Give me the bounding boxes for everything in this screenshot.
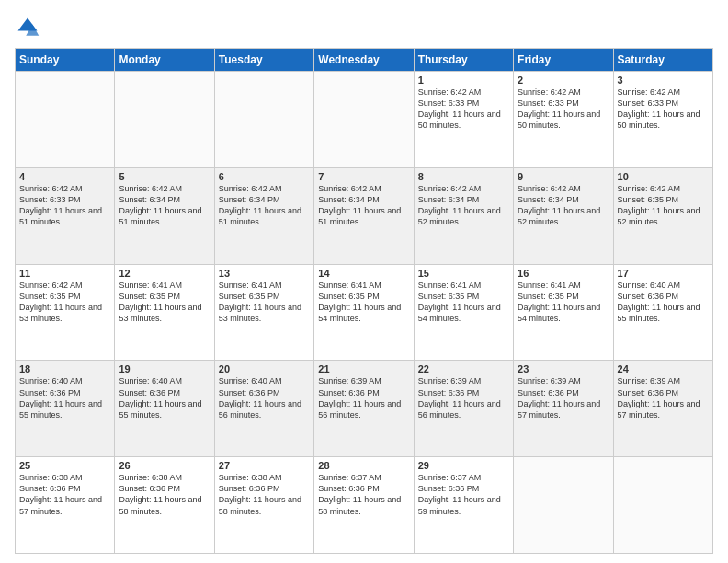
calendar-cell: 24Sunrise: 6:39 AM Sunset: 6:36 PM Dayli… — [613, 361, 712, 457]
day-info: Sunrise: 6:37 AM Sunset: 6:36 PM Dayligh… — [318, 472, 409, 517]
calendar-cell: 2Sunrise: 6:42 AM Sunset: 6:33 PM Daylig… — [514, 72, 613, 168]
day-number: 8 — [418, 171, 509, 182]
calendar-week-row: 18Sunrise: 6:40 AM Sunset: 6:36 PM Dayli… — [16, 361, 713, 457]
day-number: 5 — [119, 171, 210, 182]
day-info: Sunrise: 6:39 AM Sunset: 6:36 PM Dayligh… — [418, 375, 509, 420]
day-info: Sunrise: 6:42 AM Sunset: 6:34 PM Dayligh… — [318, 183, 409, 228]
day-info: Sunrise: 6:39 AM Sunset: 6:36 PM Dayligh… — [618, 375, 709, 420]
calendar-cell: 26Sunrise: 6:38 AM Sunset: 6:36 PM Dayli… — [115, 457, 214, 554]
day-info: Sunrise: 6:42 AM Sunset: 6:33 PM Dayligh… — [518, 86, 609, 132]
day-number: 4 — [19, 171, 110, 182]
calendar-week-row: 1Sunrise: 6:42 AM Sunset: 6:33 PM Daylig… — [16, 72, 713, 168]
calendar-cell: 20Sunrise: 6:40 AM Sunset: 6:36 PM Dayli… — [214, 361, 313, 457]
day-info: Sunrise: 6:42 AM Sunset: 6:34 PM Dayligh… — [518, 183, 609, 228]
day-info: Sunrise: 6:42 AM Sunset: 6:35 PM Dayligh… — [618, 183, 709, 228]
day-info: Sunrise: 6:42 AM Sunset: 6:34 PM Dayligh… — [119, 183, 210, 228]
day-info: Sunrise: 6:41 AM Sunset: 6:35 PM Dayligh… — [119, 280, 210, 325]
day-info: Sunrise: 6:40 AM Sunset: 6:36 PM Dayligh… — [219, 375, 310, 420]
day-number: 25 — [19, 460, 110, 471]
day-info: Sunrise: 6:41 AM Sunset: 6:35 PM Dayligh… — [318, 280, 409, 325]
day-number: 16 — [518, 268, 609, 279]
day-number: 27 — [219, 460, 310, 471]
calendar-week-row: 25Sunrise: 6:38 AM Sunset: 6:36 PM Dayli… — [16, 457, 713, 554]
calendar-cell: 1Sunrise: 6:42 AM Sunset: 6:33 PM Daylig… — [414, 72, 513, 168]
day-number: 18 — [19, 363, 110, 374]
calendar-cell — [115, 72, 214, 168]
weekday-header: Monday — [115, 49, 214, 72]
calendar-cell: 5Sunrise: 6:42 AM Sunset: 6:34 PM Daylig… — [115, 167, 214, 264]
weekday-header: Wednesday — [314, 49, 414, 72]
calendar-cell: 9Sunrise: 6:42 AM Sunset: 6:34 PM Daylig… — [514, 167, 613, 264]
day-number: 23 — [518, 363, 609, 374]
calendar-cell: 29Sunrise: 6:37 AM Sunset: 6:36 PM Dayli… — [414, 457, 513, 554]
calendar-cell: 8Sunrise: 6:42 AM Sunset: 6:34 PM Daylig… — [414, 167, 513, 264]
calendar-cell: 16Sunrise: 6:41 AM Sunset: 6:35 PM Dayli… — [514, 264, 613, 361]
day-number: 14 — [318, 268, 409, 279]
calendar-cell: 18Sunrise: 6:40 AM Sunset: 6:36 PM Dayli… — [16, 361, 115, 457]
calendar-cell: 19Sunrise: 6:40 AM Sunset: 6:36 PM Dayli… — [115, 361, 214, 457]
day-number: 28 — [318, 460, 409, 471]
logo — [15, 15, 44, 40]
day-number: 26 — [119, 460, 210, 471]
day-info: Sunrise: 6:41 AM Sunset: 6:35 PM Dayligh… — [219, 280, 310, 325]
day-info: Sunrise: 6:41 AM Sunset: 6:35 PM Dayligh… — [518, 280, 609, 325]
calendar-cell: 25Sunrise: 6:38 AM Sunset: 6:36 PM Dayli… — [16, 457, 115, 554]
day-number: 7 — [318, 171, 409, 182]
day-number: 29 — [418, 460, 509, 471]
calendar-cell — [613, 457, 712, 554]
day-info: Sunrise: 6:38 AM Sunset: 6:36 PM Dayligh… — [19, 472, 110, 517]
calendar-cell: 15Sunrise: 6:41 AM Sunset: 6:35 PM Dayli… — [414, 264, 513, 361]
calendar-cell: 7Sunrise: 6:42 AM Sunset: 6:34 PM Daylig… — [314, 167, 414, 264]
calendar-cell: 14Sunrise: 6:41 AM Sunset: 6:35 PM Dayli… — [314, 264, 414, 361]
header — [15, 15, 713, 40]
calendar: SundayMondayTuesdayWednesdayThursdayFrid… — [15, 48, 713, 554]
day-info: Sunrise: 6:42 AM Sunset: 6:34 PM Dayligh… — [219, 183, 310, 228]
day-number: 1 — [418, 75, 509, 86]
calendar-cell — [214, 72, 313, 168]
day-number: 2 — [518, 75, 609, 86]
day-number: 15 — [418, 268, 509, 279]
day-number: 6 — [219, 171, 310, 182]
calendar-cell — [16, 72, 115, 168]
day-info: Sunrise: 6:40 AM Sunset: 6:36 PM Dayligh… — [119, 375, 210, 420]
day-info: Sunrise: 6:38 AM Sunset: 6:36 PM Dayligh… — [119, 472, 210, 517]
calendar-cell: 28Sunrise: 6:37 AM Sunset: 6:36 PM Dayli… — [314, 457, 414, 554]
day-info: Sunrise: 6:37 AM Sunset: 6:36 PM Dayligh… — [418, 472, 509, 517]
day-info: Sunrise: 6:40 AM Sunset: 6:36 PM Dayligh… — [618, 280, 709, 325]
calendar-cell: 11Sunrise: 6:42 AM Sunset: 6:35 PM Dayli… — [16, 264, 115, 361]
calendar-cell — [514, 457, 613, 554]
day-number: 24 — [618, 363, 709, 374]
weekday-header-row: SundayMondayTuesdayWednesdayThursdayFrid… — [16, 49, 713, 72]
calendar-cell: 23Sunrise: 6:39 AM Sunset: 6:36 PM Dayli… — [514, 361, 613, 457]
calendar-cell: 17Sunrise: 6:40 AM Sunset: 6:36 PM Dayli… — [613, 264, 712, 361]
day-info: Sunrise: 6:42 AM Sunset: 6:33 PM Dayligh… — [19, 183, 110, 228]
calendar-cell: 27Sunrise: 6:38 AM Sunset: 6:36 PM Dayli… — [214, 457, 313, 554]
day-info: Sunrise: 6:42 AM Sunset: 6:34 PM Dayligh… — [418, 183, 509, 228]
weekday-header: Friday — [514, 49, 613, 72]
calendar-cell — [314, 72, 414, 168]
day-info: Sunrise: 6:41 AM Sunset: 6:35 PM Dayligh… — [418, 280, 509, 325]
weekday-header: Thursday — [414, 49, 513, 72]
logo-icon — [15, 15, 40, 40]
calendar-cell: 10Sunrise: 6:42 AM Sunset: 6:35 PM Dayli… — [613, 167, 712, 264]
calendar-cell: 13Sunrise: 6:41 AM Sunset: 6:35 PM Dayli… — [214, 264, 313, 361]
day-number: 3 — [618, 75, 709, 86]
day-number: 12 — [119, 268, 210, 279]
calendar-cell: 22Sunrise: 6:39 AM Sunset: 6:36 PM Dayli… — [414, 361, 513, 457]
day-number: 19 — [119, 363, 210, 374]
calendar-cell: 6Sunrise: 6:42 AM Sunset: 6:34 PM Daylig… — [214, 167, 313, 264]
day-number: 21 — [318, 363, 409, 374]
weekday-header: Tuesday — [214, 49, 313, 72]
calendar-cell: 21Sunrise: 6:39 AM Sunset: 6:36 PM Dayli… — [314, 361, 414, 457]
calendar-cell: 3Sunrise: 6:42 AM Sunset: 6:33 PM Daylig… — [613, 72, 712, 168]
day-number: 20 — [219, 363, 310, 374]
day-number: 13 — [219, 268, 310, 279]
day-info: Sunrise: 6:40 AM Sunset: 6:36 PM Dayligh… — [19, 375, 110, 420]
day-info: Sunrise: 6:42 AM Sunset: 6:33 PM Dayligh… — [618, 86, 709, 132]
weekday-header: Sunday — [16, 49, 115, 72]
calendar-week-row: 11Sunrise: 6:42 AM Sunset: 6:35 PM Dayli… — [16, 264, 713, 361]
day-info: Sunrise: 6:39 AM Sunset: 6:36 PM Dayligh… — [518, 375, 609, 420]
page: SundayMondayTuesdayWednesdayThursdayFrid… — [0, 0, 728, 563]
day-number: 9 — [518, 171, 609, 182]
day-number: 22 — [418, 363, 509, 374]
